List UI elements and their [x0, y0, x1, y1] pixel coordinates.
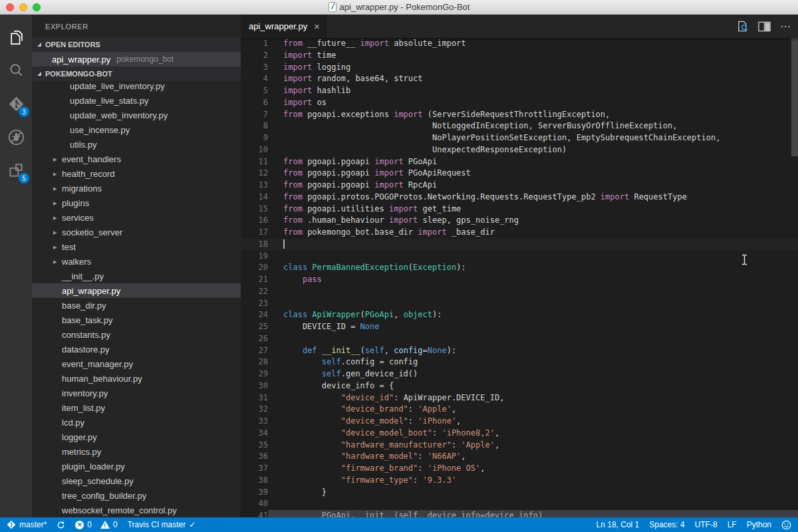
problems-indicator[interactable]: ✕ 0 0 [75, 520, 117, 529]
line-number: 23 [241, 298, 268, 310]
code-line-21: 21 pass [241, 274, 798, 286]
code-line-22: 22 [241, 286, 798, 298]
code-line-9: 9 NoPlayerPositionSetException, EmptySub… [241, 132, 798, 144]
code-line-content: DEVICE_ID = None [268, 321, 798, 333]
more-actions-icon[interactable]: ⋯ [780, 20, 791, 33]
chevron-right-icon: ▸ [53, 213, 60, 222]
tree-file-constants.py[interactable]: constants.py [32, 327, 241, 342]
line-number: 20 [241, 262, 268, 274]
indentation[interactable]: Spaces: 4 [649, 520, 684, 529]
tree-item-label: api_wrapper.py [62, 286, 120, 296]
editor-scrollbar[interactable] [791, 38, 798, 156]
tree-item-label: constants.py [62, 330, 110, 340]
tree-file-sleep_schedule.py[interactable]: sleep_schedule.py [32, 473, 241, 488]
code-area[interactable]: 1from __future__ import absolute_import2… [241, 38, 798, 517]
tree-file-inventory.py[interactable]: inventory.py [32, 386, 241, 400]
tree-file-item_list.py[interactable]: item_list.py [32, 400, 241, 415]
cursor-position[interactable]: Ln 18, Col 1 [597, 520, 640, 529]
open-editors-header[interactable]: OPEN EDITORS [32, 37, 241, 52]
code-line-content [268, 251, 798, 263]
tree-folder-walkers[interactable]: ▸walkers [32, 254, 241, 269]
line-number: 34 [241, 428, 268, 440]
search-icon[interactable] [0, 54, 32, 87]
code-line-40: 40 [241, 498, 798, 510]
tree-file-update_live_stats.py[interactable]: update_live_stats.py [32, 93, 241, 108]
open-editor-filename: api_wrapper.py [52, 55, 110, 65]
line-number: 33 [241, 416, 268, 428]
open-preview-icon[interactable] [736, 20, 749, 33]
tab-bar: api_wrapper.py × ⋯ [241, 15, 798, 38]
code-line-content: def __init__(self, config=None): [268, 345, 798, 357]
tree-folder-plugins[interactable]: ▸plugins [32, 196, 241, 210]
tree-file-base_dir.py[interactable]: base_dir.py [32, 298, 241, 313]
tree-item-label: logger.py [62, 432, 97, 442]
code-line-content [268, 298, 798, 310]
tree-file-utils.py[interactable]: utils.py [32, 137, 241, 152]
line-number: 36 [241, 451, 268, 463]
tree-file-logger.py[interactable]: logger.py [32, 430, 241, 444]
sync-icon[interactable] [57, 521, 65, 529]
code-line-content: import random, base64, struct [268, 73, 798, 85]
explorer-icon[interactable] [0, 21, 32, 54]
code-line-17: 17from pokemongo_bot.base_dir import _ba… [241, 227, 798, 239]
tree-file-__init__.py[interactable]: __init__.py [32, 269, 241, 283]
tree-file-tree_config_builder.py[interactable]: tree_config_builder.py [32, 488, 241, 503]
tree-file-api_wrapper.py[interactable]: api_wrapper.py [32, 283, 241, 298]
tree-item-label: human_behaviour.py [62, 374, 142, 384]
text-cursor [283, 239, 285, 249]
close-tab-icon[interactable]: × [314, 21, 319, 32]
code-line-content: "device_id": ApiWrapper.DEVICE_ID, [268, 392, 798, 404]
code-line-11: 11from pgoapi.pgoapi import PGoApi [241, 156, 798, 168]
tree-file-update_live_inventory.py[interactable]: update_live_inventory.py [32, 78, 241, 93]
code-line-content [268, 286, 798, 298]
code-line-content: class ApiWrapper(PGoApi, object): [268, 309, 798, 321]
source-control-icon[interactable]: 3 [0, 87, 32, 120]
code-line-content: "firmware_brand": 'iPhone OS', [268, 463, 798, 475]
tree-file-plugin_loader.py[interactable]: plugin_loader.py [32, 459, 241, 473]
tree-file-lcd.py[interactable]: lcd.py [32, 415, 241, 430]
git-branch-indicator[interactable]: master* [7, 520, 47, 529]
code-line-content: import time [268, 50, 798, 62]
feedback-smiley-icon[interactable] [781, 520, 791, 530]
line-number: 31 [241, 392, 268, 404]
chevron-down-icon [37, 72, 41, 76]
tree-folder-socketio_server[interactable]: ▸socketio_server [32, 225, 241, 239]
tree-file-event_manager.py[interactable]: event_manager.py [32, 356, 241, 371]
line-number: 10 [241, 144, 268, 156]
travis-status[interactable]: Travis CI master ✓ [128, 520, 196, 529]
tree-file-base_task.py[interactable]: base_task.py [32, 313, 241, 327]
split-editor-icon[interactable] [758, 21, 771, 32]
code-line-5: 5import hashlib [241, 85, 798, 97]
tree-folder-health_record[interactable]: ▸health_record [32, 166, 241, 181]
editor-group: api_wrapper.py × ⋯ 1from __future__ impo… [241, 15, 798, 517]
tree-file-websocket_remote_control.py[interactable]: websocket_remote_control.py [32, 503, 241, 517]
line-number: 29 [241, 368, 268, 380]
tree-item-label: plugin_loader.py [62, 462, 125, 471]
line-number: 6 [241, 97, 268, 109]
eol[interactable]: LF [728, 520, 737, 529]
line-number: 4 [241, 73, 268, 85]
tree-folder-event_handlers[interactable]: ▸event_handlers [32, 152, 241, 166]
code-line-39: 39 } [241, 487, 798, 499]
language-mode[interactable]: Python [747, 520, 771, 529]
line-number: 12 [241, 168, 268, 180]
tab-api-wrapper[interactable]: api_wrapper.py × [241, 15, 327, 38]
tree-file-datastore.py[interactable]: datastore.py [32, 342, 241, 356]
tree-file-metrics.py[interactable]: metrics.py [32, 444, 241, 459]
tree-file-human_behaviour.py[interactable]: human_behaviour.py [32, 371, 241, 386]
debug-icon[interactable] [0, 120, 32, 154]
code-line-content: PGoApi.__init__(self, device_info=device… [268, 510, 798, 517]
tree-file-update_web_inventory.py[interactable]: update_web_inventory.py [32, 108, 241, 122]
code-line-content [268, 498, 798, 510]
tree-folder-test[interactable]: ▸test [32, 239, 241, 254]
encoding[interactable]: UTF-8 [695, 520, 718, 529]
open-editor-item[interactable]: api_wrapper.py pokemongo_bot [32, 52, 241, 66]
code-line-content: } [268, 487, 798, 499]
line-number: 38 [241, 475, 268, 487]
tree-folder-services[interactable]: ▸services [32, 210, 241, 225]
extensions-icon[interactable]: 5 [0, 154, 32, 187]
code-line-content: import os [268, 97, 798, 109]
code-line-7: 7from pgoapi.exceptions import (ServerSi… [241, 109, 798, 121]
tree-file-use_incense.py[interactable]: use_incense.py [32, 122, 241, 137]
tree-folder-migrations[interactable]: ▸migrations [32, 181, 241, 196]
